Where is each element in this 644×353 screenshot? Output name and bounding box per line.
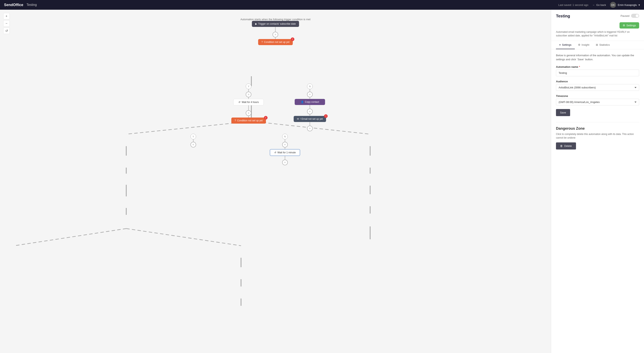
yes-label-1: Y <box>246 83 251 89</box>
clock-icon-1: ↺ <box>238 101 240 104</box>
user-icon: 👤 <box>301 100 304 103</box>
email-error-node[interactable]: ✉ ! Email not set up yet <box>294 116 326 122</box>
question-icon: ? <box>262 41 263 43</box>
back-arrow-icon: ← <box>592 3 595 6</box>
flow-wrapper: ▶ Trigger on contacts' subscribe date + … <box>0 21 551 353</box>
add-left-2[interactable]: + <box>246 110 251 116</box>
add-right-1[interactable]: + <box>307 92 313 97</box>
add-right-2[interactable]: + <box>307 109 313 114</box>
error-badge-1: ! <box>291 37 294 41</box>
delete-button[interactable]: 🗑 Delete <box>556 142 576 149</box>
tab-statistics[interactable]: ⊞ Statistics <box>592 41 613 49</box>
play-icon: ▶ <box>255 22 257 25</box>
audience-group: Audience ArtistBioLink (3066 subscribers… <box>556 80 639 91</box>
add-middle[interactable]: + <box>282 142 288 147</box>
zoom-out-button[interactable]: − <box>3 20 10 27</box>
go-back-button[interactable]: ← Go back <box>592 3 606 6</box>
avatar: EK <box>610 2 616 8</box>
timezone-group: Timezone (GMT-08:00) America/Los_Angeles <box>556 94 639 105</box>
zoom-in-button[interactable]: + <box>3 13 10 19</box>
danger-description: Click to completely delete this automati… <box>556 132 639 140</box>
add-left-1[interactable]: + <box>246 92 251 97</box>
yes-label-2: Y <box>190 134 196 139</box>
panel-tabs: ≡ Settings ⚙ Insight ⊞ Statistics <box>551 41 644 49</box>
tab-insight[interactable]: ⚙ Insight <box>575 41 592 49</box>
user-menu[interactable]: EK Emin Kasapoglu ▾ <box>610 2 640 8</box>
top-navigation: SendOffice Testing Last saved: 1 second … <box>0 0 644 10</box>
last-saved-text: Last saved: 1 second ago <box>558 3 588 6</box>
add-right-3[interactable]: + <box>307 126 313 131</box>
question-icon-2: ? <box>234 119 236 122</box>
automation-name-label: Automation name <box>556 65 578 68</box>
audience-select[interactable]: ArtistBioLink (3066 subscribers) <box>556 84 639 91</box>
canvas-controls: + − ↺ <box>3 13 10 34</box>
no-label-2: N <box>282 134 288 139</box>
trash-icon: 🗑 <box>560 144 563 147</box>
tab-settings[interactable]: ≡ Settings <box>556 41 575 49</box>
panel-description: Automated email marketing campaign which… <box>556 30 639 37</box>
panel-title: Testing <box>556 14 570 18</box>
automation-name-input[interactable] <box>556 70 639 76</box>
no-label-1: N <box>307 83 313 89</box>
user-name: Emin Kasapoglu <box>618 3 637 6</box>
error-badge-3: ! <box>324 114 328 118</box>
statistics-tab-icon: ⊞ <box>596 43 598 46</box>
automation-name-group: Automation name * <box>556 65 639 76</box>
condition1-node[interactable]: ? Condition not set up yet <box>258 39 293 45</box>
copy-contact-node[interactable]: 👤 Copy contact <box>295 99 325 105</box>
audience-label: Audience <box>556 80 568 83</box>
main-content: + − ↺ Automation starts when the followi… <box>0 10 644 353</box>
wait-minute-node[interactable]: ↺ Wait for 1 minute <box>270 149 300 156</box>
timezone-label: Timezone <box>556 94 568 97</box>
canvas-area: + − ↺ Automation starts when the followi… <box>0 10 551 353</box>
section-description: Below is general information of the auto… <box>556 53 639 61</box>
insight-tab-icon: ⚙ <box>578 43 580 46</box>
add-far-left[interactable]: + <box>190 142 196 147</box>
settings-tab-icon: ≡ <box>559 43 561 46</box>
condition2-node[interactable]: ? Condition not set up yet <box>231 117 266 124</box>
panel-header: Testing Paused ⚙ Settings Automated emai… <box>551 10 644 41</box>
danger-zone: Dangerous Zone Click to completely delet… <box>556 122 639 149</box>
add-after-wait-minute[interactable]: + <box>282 160 288 165</box>
timezone-select[interactable]: (GMT-08:00) America/Los_Angeles <box>556 99 639 105</box>
danger-title: Dangerous Zone <box>556 126 639 131</box>
envelope-icon: ✉ <box>297 117 299 120</box>
chevron-down-icon: ▾ <box>638 3 640 6</box>
settings-icon: ⚙ <box>623 24 625 27</box>
paused-control: Paused <box>620 14 639 18</box>
add-after-trigger[interactable]: + <box>272 32 278 37</box>
save-button[interactable]: Save <box>556 109 570 116</box>
page-title: Testing <box>26 3 37 7</box>
error-badge-2: ! <box>264 116 268 120</box>
trigger-node[interactable]: ▶ Trigger on contacts' subscribe date <box>252 21 299 27</box>
logo: SendOffice <box>4 3 23 7</box>
panel-body: Below is general information of the auto… <box>551 49 644 154</box>
settings-button[interactable]: ⚙ Settings <box>620 22 639 28</box>
paused-toggle[interactable] <box>631 14 639 18</box>
history-button[interactable]: ↺ <box>3 27 10 34</box>
wait-hours-node[interactable]: ↺ Wait for 4 hours <box>233 99 264 105</box>
required-indicator: * <box>579 65 580 68</box>
right-panel: Testing Paused ⚙ Settings Automated emai… <box>551 10 644 353</box>
paused-label: Paused <box>620 14 630 17</box>
clock-icon-2: ↺ <box>274 151 276 154</box>
